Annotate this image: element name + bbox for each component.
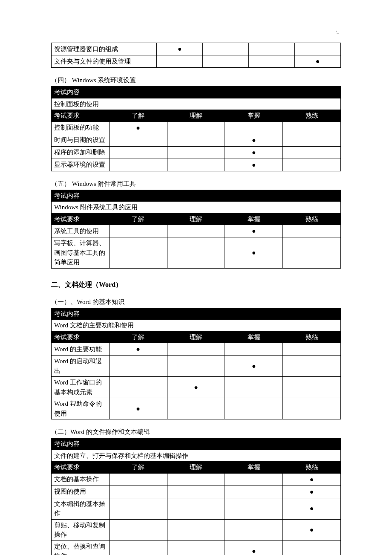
mark-cell (225, 486, 283, 498)
mark-cell (167, 343, 225, 356)
section-title: （四） Windows 系统环境设置 (51, 76, 341, 84)
row-label: 剪贴、移动和复制操作 (52, 519, 110, 541)
row-label: 程序的添加和删除 (52, 146, 110, 159)
content-desc: 控制面板的使用 (52, 98, 341, 110)
mark-cell: ● (225, 356, 283, 377)
mark-cell (167, 356, 225, 377)
row-label: Word 的启动和退出 (52, 356, 110, 377)
row-label: 写字板、计算器、画图等基本工具的简单应用 (52, 237, 110, 269)
mark-cell: ● (283, 519, 341, 541)
header-level: 了解 (109, 110, 167, 122)
row-label: 定位、替换和查询操作 (52, 541, 110, 555)
header-level: 熟练 (283, 462, 341, 474)
row-label: 文本编辑的基本操作 (52, 498, 110, 519)
row-label: 资源管理器窗口的组成 (52, 43, 157, 55)
mark-cell (283, 356, 341, 377)
header-level: 理解 (167, 110, 225, 122)
mark-cell: ● (225, 134, 283, 146)
header-level: 了解 (109, 331, 167, 343)
mark-cell (225, 519, 283, 541)
row-label: 显示器环境的设置 (52, 159, 110, 171)
row-label: 系统工具的使用 (52, 225, 110, 237)
mark-cell (109, 519, 167, 541)
header-level: 掌握 (225, 462, 283, 474)
header-level: 熟练 (283, 213, 341, 225)
row-label: 控制面板的功能 (52, 121, 110, 134)
mark-cell (109, 237, 167, 269)
mark-cell (225, 398, 283, 419)
header-level: 掌握 (225, 110, 283, 122)
row-label: Word 的主要功能 (52, 343, 110, 356)
header-content: 考试内容 (52, 308, 341, 320)
mark-cell (203, 55, 249, 68)
mark-cell: ● (283, 486, 341, 498)
mark-cell (167, 237, 225, 269)
header-level: 理解 (167, 213, 225, 225)
mark-cell: ● (225, 159, 283, 171)
mark-cell (167, 519, 225, 541)
mark-cell: ● (225, 146, 283, 159)
mark-cell: ● (295, 55, 341, 68)
mark-cell (109, 486, 167, 498)
mark-cell (295, 43, 341, 55)
mark-cell (109, 159, 167, 171)
mark-cell (249, 55, 295, 68)
section-table: 考试内容Windows 附件系统工具的应用考试要求了解理解掌握熟练系统工具的使用… (51, 190, 341, 269)
mark-cell (283, 377, 341, 398)
mark-cell (167, 225, 225, 237)
mark-cell (109, 134, 167, 146)
header-level: 理解 (167, 331, 225, 343)
mark-cell (167, 486, 225, 498)
row-label: Word 工作窗口的基本构成元素 (52, 377, 110, 398)
mark-cell (283, 343, 341, 356)
header-level: 掌握 (225, 213, 283, 225)
mark-cell (167, 498, 225, 519)
mark-cell (225, 121, 283, 134)
header-req: 考试要求 (52, 331, 110, 343)
mark-cell (167, 146, 225, 159)
mark-cell (225, 498, 283, 519)
mark-cell: ● (109, 121, 167, 134)
mark-cell: ● (225, 237, 283, 269)
mark-cell: ● (109, 343, 167, 356)
mark-cell (109, 541, 167, 555)
header-req: 考试要求 (52, 110, 110, 122)
mark-cell: ● (167, 377, 225, 398)
mark-cell: ● (283, 473, 341, 486)
header-req: 考试要求 (52, 213, 110, 225)
table-top: 资源管理器窗口的组成●文件夹与文件的使用及管理● (51, 43, 341, 68)
mark-cell (167, 398, 225, 419)
section-table: 考试内容文件的建立、打开与保存和文档的基本编辑操作考试要求了解理解掌握熟练文档的… (51, 438, 341, 555)
header-level: 了解 (109, 462, 167, 474)
mark-cell (283, 541, 341, 555)
mark-cell (225, 473, 283, 486)
mark-cell (283, 146, 341, 159)
row-label: Word 帮助命令的使用 (52, 398, 110, 419)
header-content: 考试内容 (52, 438, 341, 450)
mark-cell: ● (157, 43, 203, 55)
content-desc: Word 文档的主要功能和使用 (52, 320, 341, 332)
row-label: 文件夹与文件的使用及管理 (52, 55, 157, 68)
mark-cell (225, 343, 283, 356)
mark-cell (283, 237, 341, 269)
mark-cell: ● (283, 498, 341, 519)
section-title: （五） Windows 附件常用工具 (51, 180, 341, 188)
header-content: 考试内容 (52, 87, 341, 98)
mark-cell (109, 377, 167, 398)
mark-cell (109, 356, 167, 377)
header-level: 掌握 (225, 331, 283, 343)
mark-cell (167, 541, 225, 555)
mark-cell (167, 159, 225, 171)
mark-cell (167, 473, 225, 486)
mark-cell (167, 121, 225, 134)
section-table: 考试内容控制面板的使用考试要求了解理解掌握熟练控制面板的功能●时间与日期的设置●… (51, 86, 341, 171)
heading-word: 二、文档处理（Word） (51, 280, 341, 289)
mark-cell: ● (225, 541, 283, 555)
mark-cell: ● (225, 225, 283, 237)
content-desc: 文件的建立、打开与保存和文档的基本编辑操作 (52, 450, 341, 462)
mark-cell (283, 121, 341, 134)
mark-cell (109, 498, 167, 519)
page-mark: '.. (336, 30, 339, 35)
row-label: 时间与日期的设置 (52, 134, 110, 146)
section-table: 考试内容Word 文档的主要功能和使用考试要求了解理解掌握熟练Word 的主要功… (51, 308, 341, 420)
